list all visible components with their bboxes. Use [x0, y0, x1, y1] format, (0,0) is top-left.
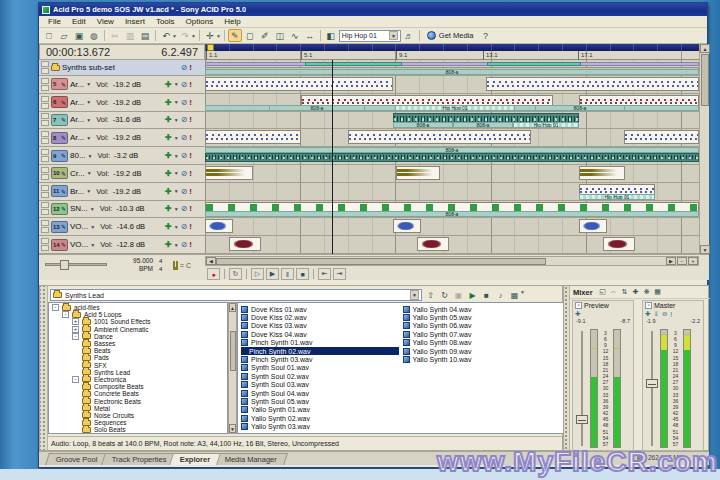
list-item[interactable]: Dove Kiss 01.wav	[241, 305, 399, 313]
tree-expander-icon[interactable]: +	[72, 318, 79, 325]
audio-clip[interactable]	[417, 237, 449, 251]
solo-icon[interactable]	[41, 68, 49, 74]
chevron-down-icon[interactable]: ▼	[86, 99, 91, 105]
downmix-icon[interactable]: ⇓	[653, 310, 658, 318]
beat-ruler[interactable]: 1.15.19.113.117.1	[205, 51, 699, 60]
play-button[interactable]: ▶	[266, 268, 279, 280]
time-display[interactable]: 00:00:13.672 6.2.497	[39, 44, 205, 60]
meter-options-icon[interactable]: ⇅	[620, 288, 630, 296]
audio-clip[interactable]	[624, 130, 699, 144]
chevron-down-icon[interactable]: ▼	[90, 224, 95, 230]
volume-value[interactable]: -3.2 dB	[114, 151, 138, 160]
paste-icon[interactable]: ▤	[138, 29, 152, 42]
list-item[interactable]: Synth Soul 01.wav	[241, 364, 399, 372]
paint-clip-selector-icon[interactable]: ◧	[324, 29, 338, 42]
add-fx-icon[interactable]: ✚	[165, 169, 172, 178]
add-fx-icon[interactable]: ✚	[165, 80, 172, 89]
chevron-down-icon[interactable]: ▼	[86, 117, 91, 123]
play-from-start-button[interactable]: ▷	[251, 268, 264, 280]
audio-clip[interactable]	[205, 130, 301, 144]
volume-value[interactable]: -14.6 dB	[117, 222, 145, 231]
chevron-down-icon[interactable]: ▼	[90, 206, 95, 212]
list-item-selected[interactable]: Pinch Synth 02.wav	[241, 347, 399, 355]
solo-icon[interactable]: !	[189, 98, 192, 107]
solo-icon[interactable]	[41, 138, 49, 144]
tree-item-solo-beats[interactable]: Solo Beats	[49, 426, 227, 433]
timeline-track-lane[interactable]: 808-a	[205, 147, 699, 165]
volume-value[interactable]: -19.2 dB	[113, 98, 141, 107]
audio-clip[interactable]	[229, 237, 261, 251]
tree-item-basses[interactable]: Basses	[49, 340, 227, 347]
solo-icon[interactable]	[41, 85, 49, 91]
track-color-chip[interactable]: 10✎	[51, 167, 68, 179]
mute-circle-icon[interactable]: ⊘	[181, 115, 188, 124]
paint-clip-combo[interactable]: Hip Hop 01▼	[339, 30, 401, 42]
list-item[interactable]: Dove Kiss 03.wav	[241, 322, 399, 330]
tree-item-composite-beats[interactable]: Composite Beats	[49, 383, 227, 390]
start-preview-icon[interactable]: ▶	[466, 289, 479, 301]
clip-label-strip[interactable]: 808-a	[535, 105, 625, 111]
stop-preview-icon[interactable]: ■	[480, 289, 493, 301]
scroll-up-icon[interactable]: ▲	[700, 44, 710, 53]
track-header[interactable]: 8✎Ar...▼Vol:-19.2 dB✚▼⊘!	[39, 129, 205, 147]
mute-circle-icon[interactable]: ⊘	[181, 240, 188, 249]
track-header[interactable]: 5✎Ar...▼Vol:-19.2 dB✚▼⊘!	[39, 76, 205, 94]
paint-tool-icon[interactable]: ✐	[258, 29, 272, 42]
mute-icon[interactable]	[41, 113, 49, 119]
tree-expander-icon[interactable]: -	[52, 304, 59, 311]
chevron-down-icon[interactable]: ▼	[90, 242, 95, 248]
address-combo[interactable]: Synths Lead ▼	[50, 289, 422, 301]
get-media-button[interactable]: Get Media	[423, 29, 478, 42]
clip-label-strip[interactable]: Hip Hop 01	[579, 194, 655, 200]
auto-preview-icon[interactable]: ♪	[494, 289, 507, 301]
audio-clip[interactable]	[205, 62, 699, 66]
track-color-chip[interactable]: 7✎	[51, 114, 68, 126]
timeline-track-lane[interactable]	[205, 165, 699, 183]
list-item[interactable]: Dove Kiss 02.wav	[241, 313, 399, 321]
solo-icon[interactable]	[41, 209, 49, 215]
track-header[interactable]: 10✎Cr...▼Vol:-19.2 dB✚▼⊘!	[39, 165, 205, 183]
track-color-chip[interactable]: 8✎	[51, 132, 68, 144]
volume-value[interactable]: -19.2 dB	[113, 169, 141, 178]
solo-icon[interactable]: !	[189, 240, 192, 249]
redo-icon[interactable]: ↷	[178, 29, 192, 42]
track-name[interactable]: VO...	[70, 240, 88, 249]
scroll-down-icon[interactable]: ▼	[229, 424, 236, 433]
add-fx-icon[interactable]: ✚	[165, 98, 172, 107]
tab-explorer[interactable]: Explorer	[170, 453, 222, 465]
audio-clip[interactable]	[205, 153, 699, 162]
copy-icon[interactable]: ▥	[123, 29, 137, 42]
tree-item-ambient-cinematic[interactable]: +Ambient Cinematic	[49, 326, 227, 333]
selection-tool-icon[interactable]: ◻	[243, 29, 257, 42]
add-fx-icon[interactable]: ✚	[165, 240, 172, 249]
clip-label-strip[interactable]: Hip Hop 01	[513, 122, 579, 128]
list-item[interactable]: Synth Soul 02.wav	[241, 372, 399, 380]
mute-icon[interactable]	[41, 185, 49, 191]
track-header[interactable]: 13✎VO...▼Vol:-14.6 dB✚▼⊘!	[39, 218, 205, 236]
chevron-down-icon[interactable]: ▼	[191, 33, 196, 39]
tree-item-dance[interactable]: -Dance	[49, 333, 227, 340]
solo-icon[interactable]	[41, 227, 49, 233]
add-fx-icon[interactable]: ✚	[165, 204, 172, 213]
menu-insert[interactable]: Insert	[120, 17, 150, 26]
mute-circle-icon[interactable]: ⊘	[181, 151, 188, 160]
list-item[interactable]: Yallo Synth 07.wav	[403, 330, 561, 338]
timeline-track-lane[interactable]	[205, 236, 699, 254]
solo-icon[interactable]	[41, 192, 49, 198]
timeline-track-lane[interactable]: 808-a808-aHip Hop 01	[205, 112, 699, 130]
pause-button[interactable]: ‖	[281, 268, 294, 280]
solo-icon[interactable]	[41, 245, 49, 251]
list-item[interactable]: Yallo Synth 09.wav	[403, 347, 561, 355]
undo-icon[interactable]: ↶	[159, 29, 173, 42]
fader-knob[interactable]	[646, 379, 658, 388]
mute-circle-icon[interactable]: ⊘	[181, 80, 188, 89]
draw-tool-icon[interactable]: ✎	[228, 29, 242, 42]
zoom-out-icon[interactable]: −	[677, 257, 687, 265]
track-color-chip[interactable]: 13✎	[51, 221, 68, 233]
mute-icon[interactable]	[41, 78, 49, 84]
track-color-chip[interactable]: 9✎	[51, 150, 68, 162]
scroll-left-icon[interactable]: ◀	[206, 257, 216, 265]
go-to-end-button[interactable]: ⇥	[333, 268, 346, 280]
menu-edit[interactable]: Edit	[67, 17, 91, 26]
audio-clip[interactable]	[205, 219, 233, 233]
